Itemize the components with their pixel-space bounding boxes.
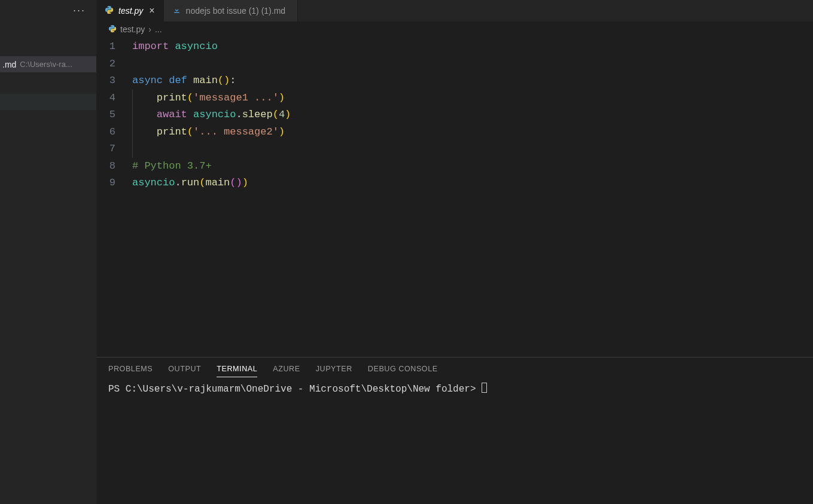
active-line-highlight bbox=[132, 140, 813, 158]
open-editor-filename: .md bbox=[2, 60, 16, 69]
line-number: 7 bbox=[96, 140, 115, 158]
code-line[interactable]: print('message1 ...') bbox=[132, 90, 813, 107]
tab-test-py[interactable]: test.py × bbox=[96, 0, 164, 22]
terminal-cursor bbox=[482, 383, 487, 393]
terminal-output[interactable]: PS C:\Users\v-rajkumarm\OneDrive - Micro… bbox=[96, 380, 813, 504]
code-line[interactable]: await asyncio.sleep(4) bbox=[132, 106, 813, 124]
line-number: 3 bbox=[96, 72, 115, 90]
tab-label: nodejs bot issue (1) (1).md bbox=[186, 6, 286, 16]
line-number: 2 bbox=[96, 56, 115, 73]
code-line[interactable] bbox=[132, 140, 813, 158]
open-editor-active-item[interactable] bbox=[0, 94, 96, 110]
code-line[interactable]: print('... message2') bbox=[132, 124, 813, 141]
bottom-panel: PROBLEMSOUTPUTTERMINALAZUREJUPYTERDEBUG … bbox=[96, 357, 813, 504]
code-line[interactable]: async def main(): bbox=[132, 72, 813, 90]
panel-tab-azure[interactable]: AZURE bbox=[273, 361, 300, 377]
code-editor[interactable]: 123456789 import asyncioasync def main()… bbox=[96, 37, 813, 357]
line-number: 4 bbox=[96, 90, 115, 107]
breadcrumb-rest: ... bbox=[155, 25, 162, 34]
breadcrumb-file: test.py bbox=[120, 25, 145, 34]
main-area: test.py × nodejs bot issue (1) (1).md te… bbox=[96, 0, 813, 504]
panel-tabs: PROBLEMSOUTPUTTERMINALAZUREJUPYTERDEBUG … bbox=[96, 358, 813, 380]
sidebar-header: ··· bbox=[0, 0, 96, 20]
terminal-prompt: PS C:\Users\v-rajkumarm\OneDrive - Micro… bbox=[108, 384, 482, 395]
code-line[interactable]: # Python 3.7+ bbox=[132, 158, 813, 175]
line-number: 8 bbox=[96, 158, 115, 175]
line-number: 6 bbox=[96, 124, 115, 141]
more-actions-icon[interactable]: ··· bbox=[73, 4, 86, 17]
line-number-gutter: 123456789 bbox=[96, 38, 132, 357]
code-line[interactable]: import asyncio bbox=[132, 38, 813, 56]
chevron-right-icon: › bbox=[148, 25, 151, 34]
open-editor-filepath: C:\Users\v-ra... bbox=[20, 60, 72, 69]
tab-nodejs-md[interactable]: nodejs bot issue (1) (1).md bbox=[164, 0, 299, 22]
line-number: 9 bbox=[96, 175, 115, 192]
download-file-icon bbox=[172, 5, 181, 16]
panel-tab-terminal[interactable]: TERMINAL bbox=[217, 361, 257, 377]
line-number: 5 bbox=[96, 106, 115, 124]
panel-tab-output[interactable]: OUTPUT bbox=[168, 361, 201, 377]
code-content[interactable]: import asyncioasync def main(): print('m… bbox=[132, 38, 813, 357]
python-file-icon bbox=[105, 5, 114, 16]
code-line[interactable]: asyncio.run(main()) bbox=[132, 175, 813, 192]
panel-tab-jupyter[interactable]: JUPYTER bbox=[316, 361, 352, 377]
python-file-icon bbox=[108, 25, 117, 35]
sidebar: ··· .md C:\Users\v-ra... bbox=[0, 0, 96, 504]
line-number: 1 bbox=[96, 38, 115, 56]
open-editor-item[interactable]: .md C:\Users\v-ra... bbox=[0, 56, 96, 72]
panel-tab-debug-console[interactable]: DEBUG CONSOLE bbox=[368, 361, 438, 377]
code-line[interactable] bbox=[132, 56, 813, 73]
editor-tabbar: test.py × nodejs bot issue (1) (1).md bbox=[96, 0, 813, 22]
panel-tab-problems[interactable]: PROBLEMS bbox=[108, 361, 153, 377]
close-tab-button[interactable]: × bbox=[148, 5, 156, 16]
breadcrumb[interactable]: test.py › ... bbox=[96, 22, 813, 37]
tab-label: test.py bbox=[118, 6, 143, 16]
